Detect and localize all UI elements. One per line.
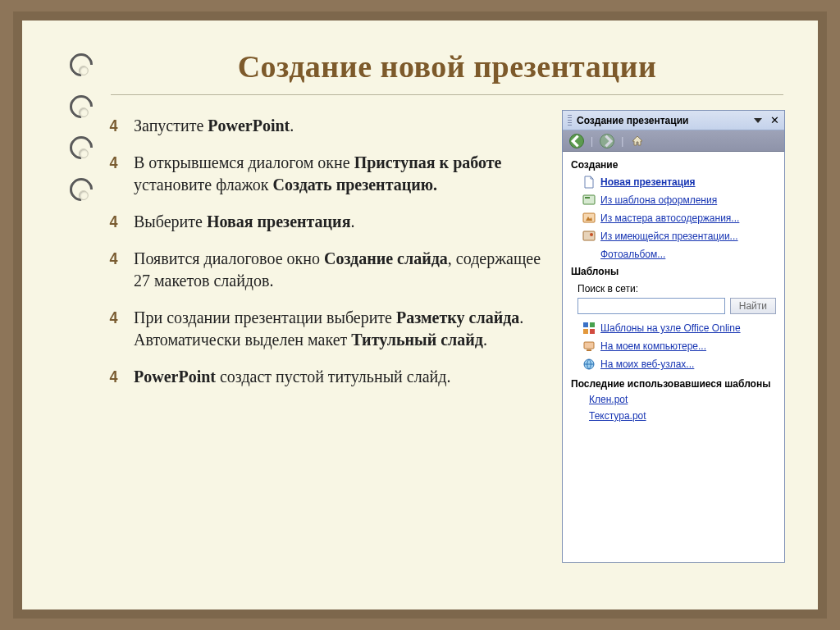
search-button[interactable]: Найти	[730, 298, 776, 314]
link-from-wizard[interactable]: Из мастера автосодержания...	[600, 212, 739, 224]
link-new-presentation[interactable]: Новая презентация	[600, 176, 696, 188]
svg-rect-0	[583, 195, 595, 204]
grip-icon	[568, 115, 572, 126]
nav-forward-button[interactable]	[600, 134, 614, 148]
section-heading-templates: Шаблоны	[563, 263, 784, 280]
design-template-icon	[582, 194, 596, 207]
section-heading-recent: Последние использовавшиеся шаблоны	[563, 373, 784, 391]
svg-rect-9	[584, 342, 594, 349]
svg-rect-3	[583, 231, 595, 240]
template-search-input[interactable]	[578, 298, 725, 314]
svg-rect-7	[583, 329, 588, 334]
svg-rect-5	[583, 322, 588, 327]
photoalbum-icon	[582, 248, 596, 261]
slide-title: Создание новой презентации	[109, 48, 785, 84]
office-online-icon	[582, 322, 596, 335]
existing-pres-icon	[582, 230, 596, 243]
my-computer-icon	[582, 340, 596, 353]
svg-point-4	[590, 233, 593, 236]
svg-rect-6	[590, 322, 595, 327]
home-icon[interactable]	[630, 135, 644, 148]
close-icon[interactable]: ✕	[770, 114, 779, 126]
title-divider	[111, 94, 783, 95]
search-label: Поиск в сети:	[578, 283, 776, 294]
nav-back-button[interactable]	[569, 134, 584, 148]
list-item: Появится диалоговое окно Создание слайда…	[109, 248, 544, 292]
dropdown-icon[interactable]	[754, 118, 762, 123]
list-item: Выберите Новая презентация.	[109, 211, 544, 233]
link-on-websites[interactable]: На моих веб-узлах...	[600, 358, 694, 370]
link-photoalbum[interactable]: Фотоальбом...	[600, 249, 665, 260]
section-heading-create: Создание	[563, 157, 784, 173]
link-office-online[interactable]: Шаблоны на узле Office Online	[600, 322, 741, 334]
svg-rect-10	[587, 349, 591, 351]
list-item: Запустите PowerPoint.	[109, 115, 544, 137]
list-item: PowerPoint создаст пустой титульный слай…	[109, 366, 544, 388]
wizard-icon	[582, 212, 596, 225]
svg-rect-1	[585, 197, 590, 199]
list-item: При создании презентации выберите Размет…	[109, 307, 544, 351]
web-sites-icon	[582, 358, 596, 371]
task-pane: Создание презентации ✕ | |	[562, 110, 785, 563]
link-from-existing[interactable]: Из имеющейся презентации...	[600, 231, 738, 242]
list-item: В открывшемся диалогом окне Приступая к …	[109, 152, 544, 196]
link-from-design[interactable]: Из шаблона оформления	[600, 194, 717, 206]
taskpane-title: Создание презентации	[577, 115, 751, 126]
svg-rect-8	[590, 329, 595, 334]
bullet-list: Запустите PowerPoint. В открывшемся диал…	[109, 110, 544, 569]
link-on-computer[interactable]: На моем компьютере...	[600, 340, 706, 352]
recent-template[interactable]: Текстура.pot	[589, 410, 646, 422]
blank-doc-icon	[582, 176, 596, 189]
recent-template[interactable]: Клен.pot	[589, 394, 628, 405]
